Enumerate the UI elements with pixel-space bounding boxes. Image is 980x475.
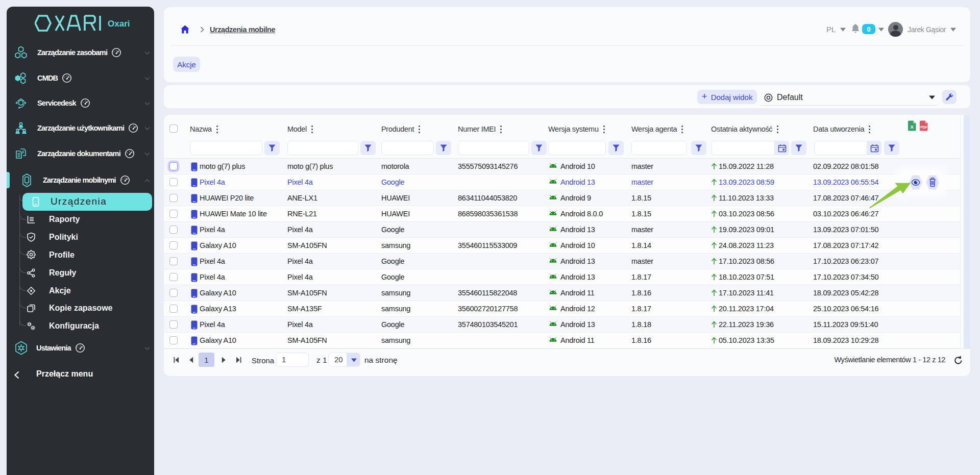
svg-text:X: X (910, 124, 914, 130)
svg-text:PDF: PDF (920, 126, 927, 129)
